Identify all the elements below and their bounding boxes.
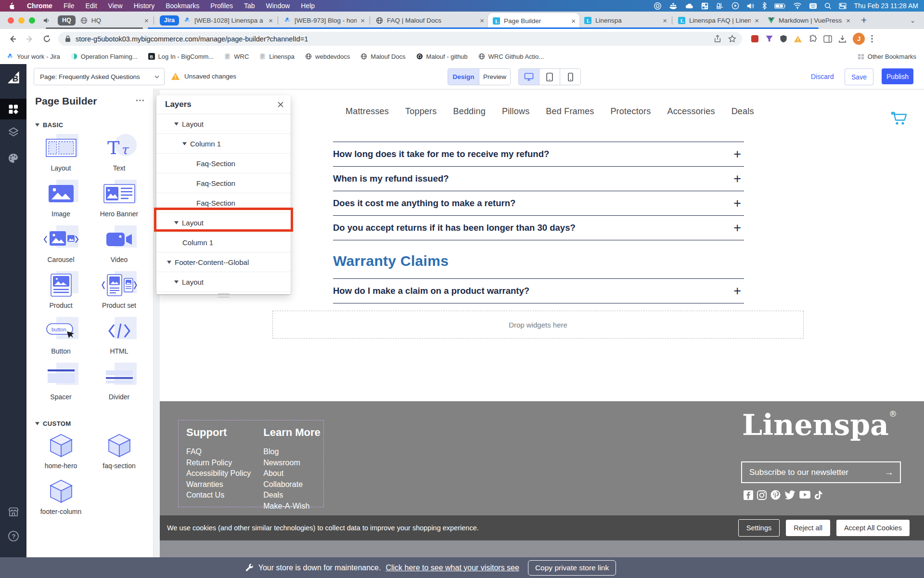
nav-toppers[interactable]: Toppers [405, 106, 436, 117]
tab-group-hq[interactable]: HQ [58, 15, 76, 26]
nav-accessories[interactable]: Accessories [667, 106, 715, 117]
volume-icon[interactable] [746, 2, 755, 10]
discard-button[interactable]: Discard [811, 64, 834, 89]
keyboard-input-icon[interactable] [809, 2, 817, 10]
widget-home-hero[interactable]: home-hero [32, 431, 90, 476]
section-basic[interactable]: BASIC [35, 121, 63, 129]
tab-close-icon[interactable]: × [755, 16, 759, 25]
menu-window[interactable]: Window [266, 2, 290, 10]
extensions-puzzle-icon[interactable] [808, 35, 817, 43]
rail-widgets-tab[interactable] [0, 99, 26, 119]
tab-close-icon[interactable]: × [144, 16, 149, 25]
newsletter-signup[interactable]: Subscribe to our newsletter → [741, 461, 901, 483]
footer-link-make-a-wish[interactable]: Make-A-Wish [263, 501, 321, 512]
twitter-icon[interactable] [784, 490, 796, 499]
tab-linenspa[interactable]: L Linenspa× [579, 12, 671, 28]
nav-protectors[interactable]: Protectors [610, 106, 651, 117]
page-selector-dropdown[interactable]: Page: Frequently Asked Questions [34, 68, 165, 85]
window-manager-icon[interactable] [701, 2, 708, 10]
bookmark-wrc[interactable]: WRC [224, 53, 249, 60]
widget-spacer[interactable]: Spacer [32, 362, 90, 407]
faq-row[interactable]: Does it cost me anything to make a retur… [333, 191, 744, 215]
footer-link-newsroom[interactable]: Newsroom [263, 458, 321, 469]
menu-help[interactable]: Help [301, 2, 315, 10]
bookmark-your-work-jira[interactable]: Your work - Jira [7, 53, 60, 60]
widget-carousel[interactable]: Carousel [32, 224, 90, 270]
drop-widgets-zone[interactable]: Drop widgets here [272, 311, 804, 339]
tab-audio-icon[interactable] [43, 17, 50, 24]
extension-warning-icon[interactable] [794, 35, 802, 43]
rail-store-icon[interactable] [0, 504, 26, 520]
youtube-icon[interactable] [799, 491, 810, 499]
nav-mattresses[interactable]: Mattresses [346, 106, 389, 117]
downloads-icon[interactable] [838, 35, 847, 43]
menubar-app-name[interactable]: Chrome [27, 2, 52, 10]
menu-file[interactable]: File [64, 2, 75, 10]
tab-malouf-docs[interactable]: FAQ | Malouf Docs× [371, 12, 488, 28]
chrome-menu-dots-icon[interactable] [871, 35, 873, 43]
other-bookmarks-button[interactable]: Other Bookmarks [858, 53, 916, 60]
copy-private-link-button[interactable]: Copy private store link [528, 560, 616, 576]
onedrive-icon[interactable] [685, 3, 694, 9]
rail-layers-tab[interactable] [0, 124, 26, 140]
footer-link-about[interactable]: About [263, 468, 321, 479]
preview-tab[interactable]: Preview [479, 69, 510, 85]
rail-help-icon[interactable]: ? [0, 528, 26, 544]
layers-resize-handle[interactable] [156, 292, 291, 299]
play-circle-icon[interactable] [732, 2, 739, 10]
footer-link-faq[interactable]: FAQ [186, 447, 251, 458]
menubar-clock[interactable]: Thu Feb 23 11:28 AM [854, 2, 918, 10]
footer-link-blog[interactable]: Blog [263, 447, 321, 458]
expand-plus-icon[interactable]: + [733, 285, 744, 298]
tab-close-icon[interactable]: × [480, 16, 484, 25]
share-icon[interactable] [714, 35, 721, 43]
bookmark-malouf-github[interactable]: Malouf - github [416, 53, 468, 60]
faq-row[interactable]: When is my refund issued?+ [333, 166, 744, 191]
cookie-settings-button[interactable]: Settings [738, 519, 780, 537]
menu-view[interactable]: View [108, 2, 123, 10]
cookie-reject-button[interactable]: Reject all [786, 520, 830, 536]
new-tab-button[interactable]: + [861, 14, 867, 26]
facebook-icon[interactable] [744, 490, 753, 500]
nav-bed-frames[interactable]: Bed Frames [546, 106, 594, 117]
footer-link-accessibility[interactable]: Accessibility Policy [186, 468, 251, 479]
window-zoom-button[interactable] [29, 17, 35, 24]
widget-image[interactable]: Image [32, 179, 90, 224]
layer-row-column1[interactable]: Column 1 [156, 134, 291, 154]
creative-cloud-icon[interactable] [654, 2, 662, 10]
mobile-view-button[interactable] [560, 69, 580, 85]
side-panel-icon[interactable] [823, 35, 832, 43]
nav-pillows[interactable]: Pillows [502, 106, 529, 117]
tab-group-jira[interactable]: Jira [160, 15, 179, 26]
widget-footer-column[interactable]: footer-column [32, 476, 90, 522]
faq-row[interactable]: Do you accept returns if it has been lon… [333, 215, 744, 240]
cookie-accept-button[interactable]: Accept All Cookies [836, 520, 910, 536]
forward-icon[interactable] [25, 34, 35, 44]
extension-funnel-icon[interactable] [765, 35, 773, 43]
footer-link-contact[interactable]: Contact Us [186, 490, 251, 501]
tab-web1028[interactable]: [WEB-1028] Linenspa a× [179, 12, 277, 28]
design-tab[interactable]: Design [448, 69, 479, 85]
bluetooth-icon[interactable] [762, 2, 767, 10]
tab-close-icon[interactable]: × [571, 17, 576, 25]
rail-theme-tab[interactable] [0, 150, 26, 166]
profile-avatar[interactable]: J [853, 33, 865, 45]
widget-layout[interactable]: Layout [32, 133, 90, 179]
caret-down-icon[interactable] [167, 261, 171, 264]
tab-vuepress[interactable]: Markdown | VuePress× [763, 12, 854, 28]
control-center-icon[interactable] [839, 2, 847, 10]
extension-shield-icon[interactable] [780, 35, 787, 43]
bookmark-login-bigcommerce[interactable]: BLog In - BigComm... [148, 53, 214, 60]
layer-row-faq-section[interactable]: Faq-Section [156, 154, 291, 173]
save-button[interactable]: Save [845, 68, 873, 85]
extension-adblock-icon[interactable] [751, 35, 759, 43]
layer-row-footer-content-global[interactable]: Footer-Content--Global [156, 252, 291, 272]
tab-close-icon[interactable]: × [360, 16, 365, 25]
spotlight-search-icon[interactable] [824, 2, 832, 10]
footer-link-return-policy[interactable]: Return Policy [186, 458, 251, 469]
footer-link-deals[interactable]: Deals [263, 490, 321, 501]
tiktok-icon[interactable] [814, 490, 823, 500]
url-text[interactable]: store-g5ubotok03.mybigcommerce.com/manag… [76, 35, 714, 43]
caret-down-icon[interactable] [174, 280, 179, 284]
widget-faq-section[interactable]: faq-section [90, 431, 148, 476]
